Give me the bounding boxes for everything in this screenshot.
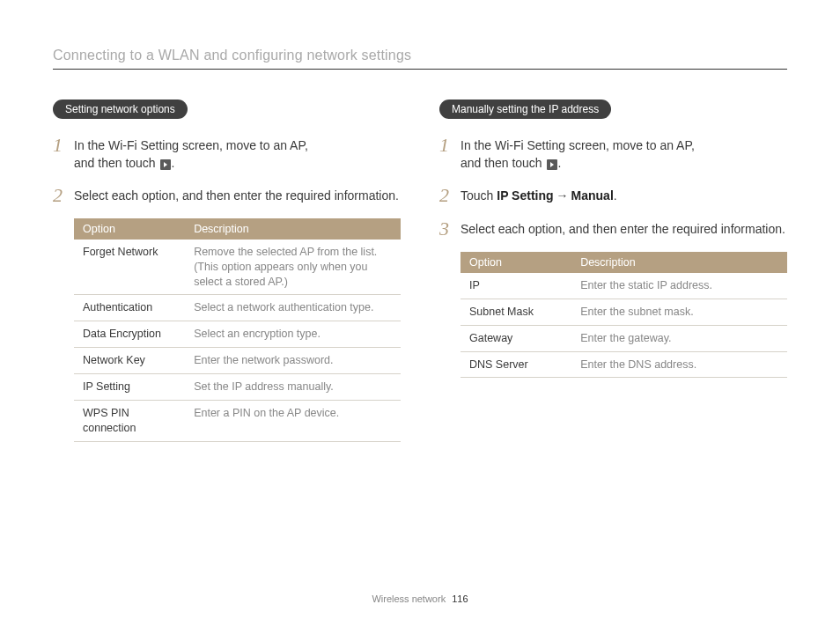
table-cell-description: Enter the static IP address.	[571, 273, 787, 299]
table-cell-option: IP Setting	[74, 374, 185, 401]
step-text-post: .	[172, 156, 175, 170]
table-row: Network KeyEnter the network password.	[74, 348, 401, 374]
step-text: Select each option, and then enter the r…	[74, 188, 399, 203]
step-1-right: 1 In the Wi-Fi Setting screen, move to a…	[439, 135, 787, 173]
table-row: Forget NetworkRemove the selected AP fro…	[74, 240, 401, 295]
step-number: 1	[53, 135, 74, 156]
footer-section-name: Wireless network	[372, 593, 446, 604]
section-pill-setting-network-options: Setting network options	[53, 100, 188, 119]
step-text-pre: Touch	[461, 188, 497, 203]
table-cell-option: Data Encryption	[74, 321, 185, 348]
table-cell-description: Select a network authentication type.	[185, 295, 401, 321]
table-row: WPS PIN connectionEnter a PIN on the AP …	[74, 400, 401, 441]
table-row: IP SettingSet the IP address manually.	[74, 374, 401, 401]
step-text-post: .	[614, 188, 617, 203]
step-text-line: In the Wi-Fi Setting screen, move to an …	[461, 138, 695, 152]
table-row: GatewayEnter the gateway.	[461, 325, 787, 351]
table-cell-description: Enter the subnet mask.	[571, 299, 787, 325]
section-pill-manually-setting-ip: Manually setting the IP address	[439, 100, 611, 119]
step-2-left: 2 Select each option, and then enter the…	[53, 185, 401, 206]
table-cell-description: Enter a PIN on the AP device.	[185, 400, 401, 441]
table-cell-option: WPS PIN connection	[74, 400, 185, 441]
table-cell-option: DNS Server	[461, 351, 571, 378]
step-text: Select each option, and then enter the r…	[461, 222, 785, 236]
step-body: In the Wi-Fi Setting screen, move to an …	[461, 135, 695, 173]
table-cell-description: Enter the network password.	[185, 348, 401, 374]
step-1-left: 1 In the Wi-Fi Setting screen, move to a…	[53, 135, 401, 173]
table-header-description: Description	[185, 218, 401, 240]
page-header-title: Connecting to a WLAN and configuring net…	[53, 48, 787, 70]
table-header-option: Option	[461, 252, 571, 273]
step-body: Select each option, and then enter the r…	[74, 185, 399, 204]
step-number: 2	[53, 185, 74, 206]
table-cell-option: Subnet Mask	[461, 299, 571, 325]
step-text-post: .	[558, 156, 562, 170]
bold-ip-setting: IP Setting	[497, 188, 553, 203]
table-cell-option: Authentication	[74, 295, 185, 321]
step-body: Select each option, and then enter the r…	[461, 218, 785, 238]
table-row: Data EncryptionSelect an encryption type…	[74, 321, 401, 348]
table-cell-option: IP	[461, 273, 571, 299]
chevron-right-icon	[547, 159, 557, 170]
table-row: IPEnter the static IP address.	[461, 273, 787, 299]
step-text-pre: and then touch	[74, 156, 159, 170]
step-body: Touch IP Setting→Manual.	[461, 185, 617, 204]
table-header-option: Option	[74, 218, 185, 240]
bold-manual: Manual	[571, 188, 614, 203]
table-cell-description: Remove the selected AP from the list. (T…	[185, 240, 401, 295]
step-text-line: In the Wi-Fi Setting screen, move to an …	[74, 138, 308, 152]
step-number: 3	[439, 218, 461, 240]
step-2-right: 2 Touch IP Setting→Manual.	[439, 185, 787, 206]
table-row: DNS ServerEnter the DNS address.	[461, 351, 787, 378]
table-cell-option: Gateway	[461, 325, 571, 351]
table-cell-description: Enter the DNS address.	[571, 351, 787, 378]
table-cell-description: Enter the gateway.	[571, 325, 787, 351]
step-text-pre: and then touch	[461, 156, 546, 170]
table-row: Subnet MaskEnter the subnet mask.	[461, 299, 787, 325]
options-table-left: Option Description Forget NetworkRemove …	[74, 218, 401, 442]
step-3-right: 3 Select each option, and then enter the…	[439, 218, 787, 240]
step-number: 1	[439, 135, 461, 156]
chevron-right-icon	[160, 159, 171, 170]
arrow-right-glyph: →	[556, 188, 569, 203]
table-cell-option: Forget Network	[74, 240, 185, 295]
table-row: AuthenticationSelect a network authentic…	[74, 295, 401, 321]
table-cell-description: Set the IP address manually.	[185, 374, 401, 401]
footer-page-number: 116	[452, 593, 468, 604]
table-cell-description: Select an encryption type.	[185, 321, 401, 348]
page-footer: Wireless network 116	[0, 593, 840, 604]
options-table-right: Option Description IPEnter the static IP…	[461, 252, 787, 379]
step-body: In the Wi-Fi Setting screen, move to an …	[74, 135, 308, 173]
table-cell-option: Network Key	[74, 348, 185, 374]
table-header-description: Description	[571, 252, 787, 273]
step-number: 2	[439, 185, 461, 206]
